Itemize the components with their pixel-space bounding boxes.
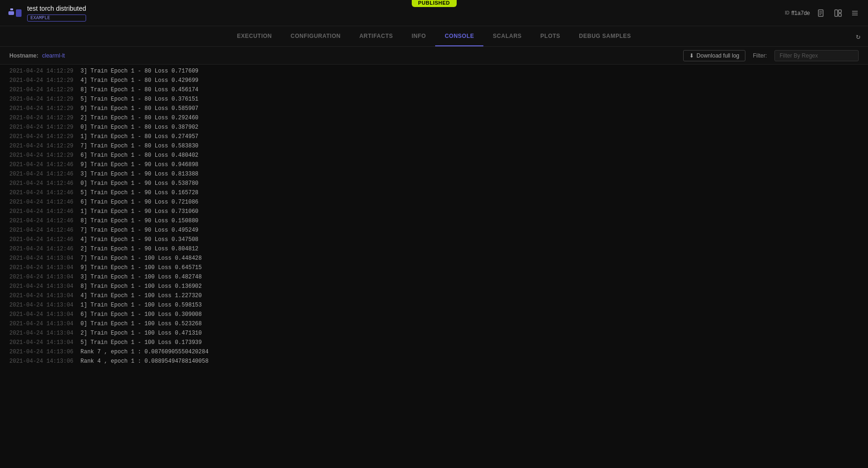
log-message: 9] Train Epoch 1 - 90 Loss 0.946898 bbox=[80, 161, 198, 169]
title-section: test torch distributed EXAMPLE bbox=[27, 5, 86, 22]
tab-console[interactable]: CONSOLE bbox=[435, 26, 483, 46]
log-timestamp: 2021-04-24 14:13:04 bbox=[9, 310, 75, 319]
log-row: 2021-04-24 14:13:045] Train Epoch 1 - 10… bbox=[0, 338, 868, 347]
log-timestamp: 2021-04-24 14:12:46 bbox=[9, 179, 75, 188]
download-full-log-button[interactable]: ⬇ Download full log bbox=[683, 50, 745, 61]
hostname-right: ⬇ Download full log Filter: bbox=[683, 50, 859, 61]
log-timestamp: 2021-04-24 14:12:46 bbox=[9, 235, 75, 244]
tab-execution[interactable]: EXECUTION bbox=[227, 26, 281, 46]
log-message: 5] Train Epoch 1 - 80 Loss 0.376151 bbox=[80, 95, 198, 103]
log-message: 3] Train Epoch 1 - 80 Loss 0.717609 bbox=[80, 67, 198, 75]
log-timestamp: 2021-04-24 14:13:04 bbox=[9, 273, 75, 281]
log-timestamp: 2021-04-24 14:13:04 bbox=[9, 282, 75, 291]
log-timestamp: 2021-04-24 14:12:29 bbox=[9, 86, 75, 94]
log-message: 7] Train Epoch 1 - 80 Loss 0.583830 bbox=[80, 142, 198, 150]
log-row: 2021-04-24 14:12:292] Train Epoch 1 - 80… bbox=[0, 113, 868, 123]
log-row: 2021-04-24 14:12:465] Train Epoch 1 - 90… bbox=[0, 188, 868, 197]
log-row: 2021-04-24 14:13:044] Train Epoch 1 - 10… bbox=[0, 291, 868, 300]
top-bar: test torch distributed EXAMPLE PUBLISHED… bbox=[0, 0, 868, 26]
log-message: 4] Train Epoch 1 - 80 Loss 0.429699 bbox=[80, 76, 198, 85]
tab-scalars[interactable]: SCALARS bbox=[483, 26, 531, 46]
nav-tabs: EXECUTION CONFIGURATION ARTIFACTS INFO C… bbox=[0, 26, 868, 47]
log-message: Rank 7 , epoch 1 : 0.08760905550420284 bbox=[80, 348, 209, 356]
tab-plots[interactable]: PLOTS bbox=[531, 26, 570, 46]
log-row: 2021-04-24 14:12:461] Train Epoch 1 - 90… bbox=[0, 207, 868, 216]
log-timestamp: 2021-04-24 14:13:06 bbox=[9, 348, 75, 356]
log-message: 9] Train Epoch 1 - 80 Loss 0.585907 bbox=[80, 104, 198, 113]
log-timestamp: 2021-04-24 14:12:29 bbox=[9, 95, 75, 103]
log-row: 2021-04-24 14:13:047] Train Epoch 1 - 10… bbox=[0, 254, 868, 263]
published-badge-wrap: PUBLISHED bbox=[411, 0, 456, 7]
log-row: 2021-04-24 14:13:041] Train Epoch 1 - 10… bbox=[0, 300, 868, 310]
example-badge: EXAMPLE bbox=[27, 15, 86, 22]
tab-artifacts[interactable]: ARTIFACTS bbox=[350, 26, 402, 46]
svg-rect-9 bbox=[839, 14, 841, 16]
log-row: 2021-04-24 14:12:468] Train Epoch 1 - 90… bbox=[0, 216, 868, 226]
log-row: 2021-04-24 14:13:043] Train Epoch 1 - 10… bbox=[0, 272, 868, 282]
log-timestamp: 2021-04-24 14:12:29 bbox=[9, 123, 75, 132]
menu-icon-btn[interactable] bbox=[849, 7, 861, 19]
log-row: 2021-04-24 14:12:469] Train Epoch 1 - 90… bbox=[0, 160, 868, 169]
log-timestamp: 2021-04-24 14:13:06 bbox=[9, 357, 75, 366]
log-message: 1] Train Epoch 1 - 80 Loss 0.274957 bbox=[80, 132, 198, 141]
log-timestamp: 2021-04-24 14:12:29 bbox=[9, 132, 75, 141]
tab-configuration[interactable]: CONFIGURATION bbox=[281, 26, 350, 46]
log-message: 7] Train Epoch 1 - 90 Loss 0.495249 bbox=[80, 226, 198, 234]
log-row: 2021-04-24 14:12:299] Train Epoch 1 - 80… bbox=[0, 104, 868, 113]
log-timestamp: 2021-04-24 14:13:04 bbox=[9, 254, 75, 263]
app-logo-section: test torch distributed EXAMPLE bbox=[7, 5, 86, 22]
log-timestamp: 2021-04-24 14:13:04 bbox=[9, 301, 75, 309]
log-row: 2021-04-24 14:13:046] Train Epoch 1 - 10… bbox=[0, 310, 868, 319]
log-row: 2021-04-24 14:12:290] Train Epoch 1 - 80… bbox=[0, 123, 868, 132]
id-badge: ID ff1a7de bbox=[785, 10, 810, 16]
svg-rect-0 bbox=[8, 11, 14, 15]
log-timestamp: 2021-04-24 14:12:29 bbox=[9, 114, 75, 122]
log-timestamp: 2021-04-24 14:12:29 bbox=[9, 104, 75, 113]
log-timestamp: 2021-04-24 14:12:46 bbox=[9, 207, 75, 216]
log-row: 2021-04-24 14:13:06Rank 7 , epoch 1 : 0.… bbox=[0, 347, 868, 357]
log-message: 3] Train Epoch 1 - 90 Loss 0.813388 bbox=[80, 170, 198, 178]
log-message: 8] Train Epoch 1 - 80 Loss 0.456174 bbox=[80, 86, 198, 94]
refresh-icon[interactable]: ↻ bbox=[856, 33, 861, 41]
id-value: ff1a7de bbox=[791, 10, 810, 16]
log-message: 9] Train Epoch 1 - 100 Loss 0.645715 bbox=[80, 263, 202, 272]
log-message: 5] Train Epoch 1 - 90 Loss 0.165728 bbox=[80, 189, 198, 197]
log-row: 2021-04-24 14:12:464] Train Epoch 1 - 90… bbox=[0, 235, 868, 244]
app-logo-icon bbox=[7, 6, 22, 21]
log-message: 8] Train Epoch 1 - 100 Loss 0.136902 bbox=[80, 282, 202, 291]
log-message: 1] Train Epoch 1 - 100 Loss 0.598153 bbox=[80, 301, 202, 309]
log-timestamp: 2021-04-24 14:12:29 bbox=[9, 142, 75, 150]
log-timestamp: 2021-04-24 14:12:29 bbox=[9, 67, 75, 75]
document-icon-btn[interactable] bbox=[816, 7, 827, 19]
log-row: 2021-04-24 14:12:460] Train Epoch 1 - 90… bbox=[0, 179, 868, 188]
log-row: 2021-04-24 14:12:294] Train Epoch 1 - 80… bbox=[0, 76, 868, 85]
filter-label: Filter: bbox=[753, 52, 767, 59]
log-timestamp: 2021-04-24 14:13:04 bbox=[9, 320, 75, 328]
log-timestamp: 2021-04-24 14:12:46 bbox=[9, 189, 75, 197]
id-label: ID bbox=[785, 10, 789, 15]
hostname-label: Hostname: bbox=[9, 52, 38, 59]
svg-rect-2 bbox=[10, 8, 13, 10]
log-message: Rank 4 , epoch 1 : 0.08895494788140058 bbox=[80, 357, 209, 366]
log-timestamp: 2021-04-24 14:13:04 bbox=[9, 329, 75, 337]
log-message: 2] Train Epoch 1 - 90 Loss 0.804812 bbox=[80, 245, 198, 253]
log-timestamp: 2021-04-24 14:12:46 bbox=[9, 161, 75, 169]
svg-rect-7 bbox=[835, 10, 838, 16]
log-row: 2021-04-24 14:12:291] Train Epoch 1 - 80… bbox=[0, 132, 868, 141]
tab-debug-samples[interactable]: DEBUG SAMPLES bbox=[569, 26, 640, 46]
svg-rect-1 bbox=[16, 9, 22, 17]
tab-info[interactable]: INFO bbox=[402, 26, 436, 46]
log-row: 2021-04-24 14:13:040] Train Epoch 1 - 10… bbox=[0, 319, 868, 329]
log-timestamp: 2021-04-24 14:12:29 bbox=[9, 151, 75, 160]
hostname-value: clearml-lt bbox=[42, 52, 65, 59]
nav-right: ↻ bbox=[856, 32, 861, 41]
hostname-bar: Hostname: clearml-lt ⬇ Download full log… bbox=[0, 47, 868, 65]
download-label: Download full log bbox=[697, 52, 739, 59]
log-timestamp: 2021-04-24 14:12:29 bbox=[9, 76, 75, 85]
filter-input[interactable] bbox=[774, 50, 859, 61]
log-message: 6] Train Epoch 1 - 90 Loss 0.721086 bbox=[80, 198, 198, 206]
download-icon: ⬇ bbox=[689, 52, 694, 59]
layout-icon-btn[interactable] bbox=[832, 7, 844, 19]
log-message: 1] Train Epoch 1 - 90 Loss 0.731060 bbox=[80, 207, 198, 216]
log-timestamp: 2021-04-24 14:13:04 bbox=[9, 292, 75, 300]
